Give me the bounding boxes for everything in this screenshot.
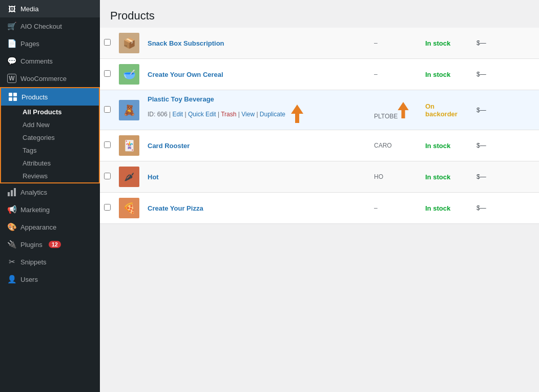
orange-arrow-icon-2 [398, 102, 409, 118]
stock-status: In stock [425, 142, 450, 150]
svg-rect-5 [11, 190, 13, 196]
sidebar-item-aio-checkout[interactable]: 🛒 AIO Checkout [0, 17, 100, 35]
products-submenu: All Products Add New Categories Tags Att… [1, 106, 99, 182]
svg-marker-8 [398, 102, 409, 118]
row-checkbox[interactable] [104, 39, 111, 46]
product-sku-cell: HO [370, 161, 421, 193]
trash-link[interactable]: Trash [221, 111, 236, 118]
product-thumb-cell: 🍕 [115, 193, 143, 224]
product-price: $— [476, 173, 486, 180]
svg-marker-7 [291, 105, 303, 123]
svg-rect-3 [13, 97, 17, 101]
product-sku-cell: CARO [370, 130, 421, 161]
row-checkbox[interactable] [104, 106, 111, 113]
row-checkbox-cell [100, 90, 115, 130]
sidebar-item-media[interactable]: 🖼 Media [0, 0, 100, 17]
products-table: 📦 Snack Box Subscription Edit | Quick Ed… [100, 28, 539, 224]
svg-rect-4 [8, 192, 10, 196]
main-content: Products 📦 Snack Box Subscription Edit |… [100, 0, 539, 392]
sidebar-item-plugins[interactable]: 🔌 Plugins 12 [0, 236, 100, 253]
product-thumb-cell: 🥣 [115, 59, 143, 90]
sidebar-item-comments[interactable]: 💬 Comments [0, 52, 100, 70]
svg-rect-1 [13, 93, 17, 96]
product-price-cell: $— [472, 28, 539, 59]
stock-status: In stock [425, 39, 450, 47]
submenu-tags[interactable]: Tags [1, 144, 99, 157]
product-name-cell: Plastic Toy Beverage ID: 606 | Edit | Qu… [143, 90, 370, 130]
plugins-badge: 12 [49, 241, 61, 248]
product-name-link[interactable]: Snack Box Subscription [148, 39, 224, 47]
sidebar: 🖼 Media 🛒 AIO Checkout 📄 Pages 💬 Comment… [0, 0, 100, 392]
product-price-cell: $— [472, 59, 539, 90]
product-price: $— [476, 204, 486, 212]
quick-edit-link[interactable]: Quick Edit [188, 111, 216, 118]
product-thumb-cell: 🃏 [115, 130, 143, 161]
sidebar-item-appearance[interactable]: 🎨 Appearance [0, 218, 100, 236]
product-thumbnail: 🃏 [119, 135, 139, 156]
stock-status: On backorder [425, 102, 458, 118]
sidebar-item-users[interactable]: 👤 Users [0, 271, 100, 288]
product-name-link[interactable]: Hot [148, 173, 159, 181]
table-row: 🃏 Card Rooster Edit | Quick Edit | Trash… [100, 130, 539, 161]
product-name-cell: Create Your Own Cereal Edit | Quick Edit… [143, 59, 370, 90]
orange-arrow-icon [291, 105, 303, 123]
submenu-all-products[interactable]: All Products [1, 106, 99, 118]
edit-link[interactable]: Edit [172, 111, 183, 118]
snippets-icon: ✂ [7, 257, 16, 266]
product-thumbnail: 🥣 [119, 64, 139, 85]
product-name-link[interactable]: Create Your Pizza [148, 204, 203, 212]
row-checkbox-cell [100, 28, 115, 59]
product-price: $— [476, 39, 486, 47]
sidebar-item-snippets[interactable]: ✂ Snippets [0, 253, 100, 271]
product-price-cell: $— [472, 193, 539, 224]
svg-rect-6 [14, 188, 16, 196]
product-sku-cell: – [370, 193, 421, 224]
products-icon [8, 92, 17, 101]
product-name-link[interactable]: Card Rooster [148, 142, 190, 150]
product-price: $— [476, 142, 486, 149]
submenu-attributes[interactable]: Attributes [1, 157, 99, 170]
media-icon: 🖼 [7, 4, 16, 13]
sidebar-item-products[interactable]: Products [1, 88, 99, 106]
row-checkbox[interactable] [104, 173, 111, 179]
duplicate-link[interactable]: Duplicate [260, 111, 285, 118]
product-thumbnail: 📦 [119, 33, 139, 53]
sidebar-item-pages[interactable]: 📄 Pages [0, 35, 100, 52]
product-thumbnail: 🧸 [119, 100, 139, 120]
table-row: 🍕 Create Your Pizza Edit | Quick Edit | … [100, 193, 539, 224]
svg-rect-2 [9, 97, 12, 101]
product-actions: ID: 606 | Edit | Quick Edit | Trash | Vi… [148, 105, 366, 125]
product-name-cell: Create Your Pizza Edit | Quick Edit | Tr… [143, 193, 370, 224]
row-checkbox[interactable] [104, 141, 111, 148]
svg-rect-0 [9, 93, 12, 96]
row-checkbox[interactable] [104, 70, 111, 77]
stock-status: In stock [425, 71, 450, 78]
aio-checkout-icon: 🛒 [7, 22, 16, 31]
submenu-add-new[interactable]: Add New [1, 118, 99, 131]
row-checkbox[interactable] [104, 204, 111, 211]
sidebar-item-woocommerce[interactable]: W WooCommerce [0, 70, 100, 87]
page-header: Products [100, 0, 539, 28]
product-thumb-cell: 📦 [115, 28, 143, 59]
product-stock-cell: In stock [421, 130, 472, 161]
sidebar-item-analytics[interactable]: Analytics [0, 183, 100, 201]
product-stock-cell: In stock [421, 59, 472, 90]
product-price: $— [476, 107, 486, 114]
submenu-reviews[interactable]: Reviews [1, 170, 99, 182]
product-sku-cell: PLTOBE [370, 90, 421, 130]
product-name-link[interactable]: Plastic Toy Beverage [148, 95, 214, 103]
row-checkbox-cell [100, 130, 115, 161]
pages-icon: 📄 [7, 39, 16, 48]
sidebar-item-marketing[interactable]: 📢 Marketing [0, 201, 100, 218]
product-name-link[interactable]: Create Your Own Cereal [148, 71, 223, 78]
product-stock-cell: In stock [421, 28, 472, 59]
product-name-cell: Hot Edit | Quick Edit | Trash | View [143, 161, 370, 193]
product-stock-cell: In stock [421, 161, 472, 193]
analytics-icon [7, 188, 16, 197]
submenu-categories[interactable]: Categories [1, 131, 99, 144]
table-row: 🥣 Create Your Own Cereal Edit | Quick Ed… [100, 59, 539, 90]
page-title: Products [110, 9, 529, 23]
woocommerce-icon: W [7, 74, 16, 83]
product-stock-cell: On backorder [421, 90, 472, 130]
view-link[interactable]: View [241, 111, 255, 118]
